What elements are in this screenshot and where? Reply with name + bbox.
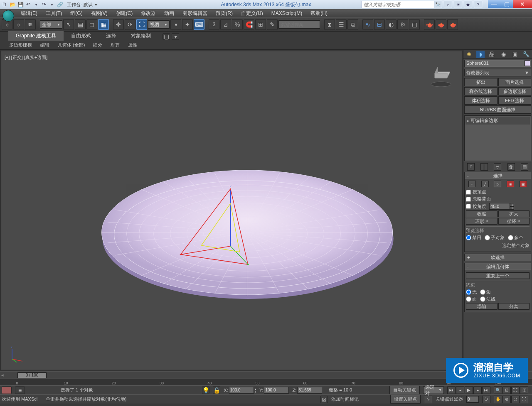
- percent-snap-icon[interactable]: %: [232, 19, 243, 30]
- exchange-icon[interactable]: ✴: [454, 1, 462, 8]
- menu-tools[interactable]: 工具(T): [42, 9, 66, 18]
- select-icon[interactable]: ↖: [63, 19, 74, 30]
- rotate-icon[interactable]: ⟳: [125, 19, 135, 30]
- zoom-icon[interactable]: 🔍: [494, 386, 502, 394]
- workspace-switcher[interactable]: 工作台: 默认 ▼: [67, 2, 98, 8]
- edge-icon[interactable]: ╱: [481, 181, 489, 187]
- close-button[interactable]: ✕: [513, 0, 532, 8]
- menu-anim[interactable]: 动画: [160, 9, 178, 18]
- prev-frame-icon[interactable]: ◂: [456, 386, 464, 394]
- display-tab-icon[interactable]: ▣: [511, 51, 519, 58]
- undo-icon[interactable]: ↶: [25, 1, 32, 8]
- render-icon[interactable]: 🫖: [447, 19, 458, 30]
- btn-polysel[interactable]: 多边形选择: [498, 87, 532, 95]
- application-button[interactable]: [2, 10, 14, 22]
- btn-detach[interactable]: 分离: [498, 303, 530, 310]
- play-icon[interactable]: ▶: [465, 386, 473, 394]
- ribbon-menu-icon[interactable]: ▾: [172, 33, 179, 40]
- pin-stack-icon[interactable]: ⟟: [467, 163, 475, 171]
- bind-spacewarp-icon[interactable]: ≋: [25, 19, 36, 30]
- manip-icon[interactable]: ✦: [182, 19, 193, 30]
- lock-selection-icon[interactable]: 💡: [202, 386, 209, 394]
- star-icon[interactable]: ★: [464, 1, 472, 8]
- search-box[interactable]: [362, 1, 436, 8]
- btn-nurbssel[interactable]: NURBS 曲面选择: [464, 105, 531, 114]
- viewport[interactable]: [+] [正交] [真实+边面]: [1, 51, 462, 370]
- comm-center-icon[interactable]: ⊠: [320, 396, 328, 403]
- ref-coord-dropdown[interactable]: 视图: [148, 20, 170, 29]
- fov-icon[interactable]: ◫: [520, 386, 528, 394]
- configure-sets-icon[interactable]: ▤: [521, 163, 528, 171]
- object-color-swatch[interactable]: [525, 60, 530, 66]
- scale-icon[interactable]: ⛶: [136, 19, 147, 30]
- time-slider-thumb[interactable]: 0 / 100: [17, 372, 47, 378]
- maximize-vp-icon[interactable]: ⛶: [520, 396, 528, 403]
- radio-face[interactable]: 面: [466, 296, 477, 302]
- keyfilter-icon[interactable]: ∿: [424, 396, 432, 403]
- menu-grapheditor[interactable]: 图形编辑器: [178, 9, 212, 18]
- selection-filter-dropdown[interactable]: 全部: [40, 20, 62, 29]
- make-unique-icon[interactable]: ⩔: [494, 163, 501, 171]
- chk-byangle[interactable]: 按角度: ▴▾: [466, 203, 530, 210]
- btn-extrude[interactable]: 挤出: [464, 78, 498, 86]
- menu-help[interactable]: 帮助(H): [306, 9, 332, 18]
- utilities-tab-icon[interactable]: 🔧: [522, 51, 530, 58]
- redo-icon[interactable]: ↷: [40, 1, 48, 8]
- zoom-all-icon[interactable]: ⊡: [502, 386, 511, 394]
- snap-icon[interactable]: 3: [209, 19, 219, 30]
- viewport-label[interactable]: [+] [正交] [真实+边面]: [5, 54, 47, 61]
- radio-multi[interactable]: 多个: [508, 235, 523, 241]
- polygon-icon[interactable]: ■: [507, 181, 514, 187]
- panel-props[interactable]: 属性: [124, 41, 141, 49]
- menu-group[interactable]: 组(G): [66, 9, 86, 18]
- panel-polymodel[interactable]: 多边形建模: [5, 41, 36, 49]
- panel-align[interactable]: 对齐: [106, 41, 124, 49]
- stack-item-editpoly[interactable]: ▪ 可编辑多边形: [466, 117, 530, 125]
- search-input[interactable]: [362, 1, 436, 8]
- move-icon[interactable]: ✥: [113, 19, 124, 30]
- object-name-input[interactable]: Sphere001: [464, 60, 531, 67]
- dropdown-icon[interactable]: ▾: [48, 1, 56, 8]
- keymode-dropdown[interactable]: 选定对: [423, 386, 444, 394]
- panel-edit[interactable]: 编辑: [36, 41, 54, 49]
- chk-ignoreback[interactable]: 忽略背面: [466, 196, 530, 202]
- dropdown-icon[interactable]: ▾: [32, 1, 40, 8]
- radio-edge[interactable]: 边: [480, 289, 491, 295]
- open-icon[interactable]: 📂: [9, 1, 16, 8]
- btn-grow[interactable]: 扩大: [498, 210, 530, 217]
- walk-icon[interactable]: ⊕: [502, 396, 511, 403]
- keyboard-shortcut-icon[interactable]: ⌨: [194, 19, 204, 30]
- menu-render[interactable]: 渲染(R): [212, 9, 237, 18]
- select-name-icon[interactable]: ▤: [75, 19, 86, 30]
- tab-graphite[interactable]: Graphite 建模工具: [8, 31, 64, 41]
- spinner-snap-icon[interactable]: 🧲: [244, 19, 254, 30]
- rollout-header-soft[interactable]: +软选择: [464, 254, 531, 261]
- render-frame-icon[interactable]: ▢: [409, 19, 420, 30]
- radio-none[interactable]: 无: [466, 289, 477, 295]
- panel-geom[interactable]: 几何体 (全部): [54, 41, 89, 49]
- btn-splinesel[interactable]: 样条线选择: [464, 87, 498, 95]
- create-tab-icon[interactable]: ✺: [465, 51, 473, 58]
- panel-subdiv[interactable]: 细分: [89, 41, 106, 49]
- chk-byvertex[interactable]: 按顶点: [466, 189, 530, 195]
- help-icon[interactable]: ?: [474, 1, 482, 8]
- btn-repeat[interactable]: 重复上一个: [466, 272, 530, 279]
- angle-spinner[interactable]: ▴▾: [489, 203, 514, 210]
- autokey-button[interactable]: 自动关键点: [389, 386, 420, 394]
- setkey-button[interactable]: 设置关键点: [390, 395, 421, 404]
- pivot-icon[interactable]: ▾: [170, 19, 181, 30]
- menu-create[interactable]: 创建(C): [112, 9, 137, 18]
- element-icon[interactable]: ▣: [520, 181, 527, 187]
- link-icon[interactable]: 🔗: [56, 1, 64, 8]
- vertex-icon[interactable]: ··: [468, 181, 476, 187]
- binoculars-icon[interactable]: 🔭: [434, 1, 442, 8]
- script-listener-icon[interactable]: [2, 386, 12, 394]
- motion-tab-icon[interactable]: ◉: [499, 51, 507, 58]
- align-icon[interactable]: ☰: [336, 19, 347, 30]
- coord-z[interactable]: Z:: [292, 387, 322, 394]
- mirror-icon[interactable]: ⧗: [324, 19, 335, 30]
- menu-edit[interactable]: 编辑(E): [17, 9, 42, 18]
- render-iter-icon[interactable]: 🫖: [436, 19, 446, 30]
- btn-ring[interactable]: 环形⇕: [466, 218, 498, 225]
- zoom-ext-icon[interactable]: ⛶: [511, 386, 520, 394]
